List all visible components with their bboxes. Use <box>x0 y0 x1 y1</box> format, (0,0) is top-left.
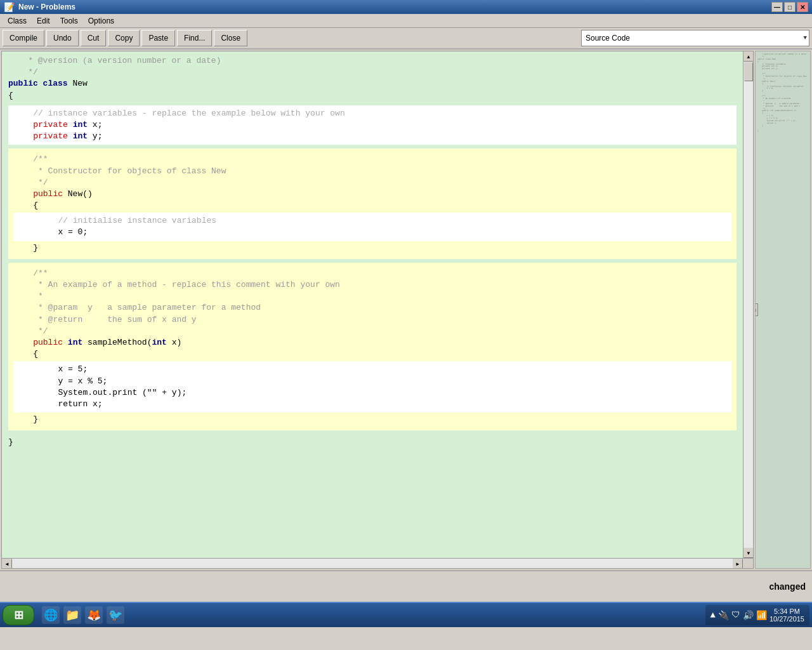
editor-container: * @version (a version number or a date) … <box>1 51 754 569</box>
cut-button[interactable]: Cut <box>81 30 107 46</box>
code-top-comment: * @version (a version number or a date) … <box>8 55 737 78</box>
scroll-down-button[interactable]: ▼ <box>743 548 754 558</box>
taskbar-clock[interactable]: 5:34 PM 10/27/2015 <box>769 607 804 623</box>
vertical-scrollbar[interactable]: ▲ ▼ <box>743 51 753 558</box>
up-arrow-icon[interactable]: ▲ <box>710 610 716 620</box>
code-constructor-body: // initialise instance variables x = 0; <box>13 213 731 241</box>
volume-icon[interactable]: 🔊 <box>743 610 754 621</box>
windows-logo-icon: ⊞ <box>14 608 23 622</box>
scroll-left-button[interactable]: ◀ <box>2 559 12 569</box>
folder-icon[interactable]: 📁 <box>63 606 81 624</box>
source-dropdown[interactable]: Source Code <box>581 30 809 46</box>
main-area: * @version (a version number or a date) … <box>0 50 812 570</box>
source-select[interactable]: Source Code <box>581 30 809 46</box>
minimize-button[interactable]: — <box>771 2 783 12</box>
code-instance-block: // instance variables - replace the exam… <box>8 105 737 145</box>
network-icon: 🔌 <box>718 610 729 621</box>
taskbar-quick-launch: 🌐 📁 🦊 🐦 <box>42 606 124 624</box>
scroll-thumb[interactable] <box>744 62 753 81</box>
toolbar: Compile Undo Cut Copy Paste Find... Clos… <box>0 28 812 50</box>
title-text: New - Problems <box>18 3 75 11</box>
editor-outer: * @version (a version number or a date) … <box>2 51 753 558</box>
hscroll-track[interactable] <box>12 559 733 568</box>
minimap-panel: ◀ * @version (a version number or a date… <box>755 51 811 569</box>
paste-button[interactable]: Paste <box>141 30 175 46</box>
title-bar-title: 📝 New - Problems <box>4 2 75 12</box>
scroll-up-button[interactable]: ▲ <box>743 51 754 62</box>
bird-icon[interactable]: 🐦 <box>107 606 124 624</box>
code-method-block: /** * An example of a method - replace t… <box>8 263 737 430</box>
ie-icon[interactable]: 🌐 <box>42 606 60 624</box>
antivirus-icon: 🛡 <box>731 610 740 620</box>
horizontal-scrollbar[interactable]: ◀ ▶ <box>2 558 753 568</box>
title-bar-controls[interactable]: — □ ✕ <box>771 2 808 12</box>
maximize-button[interactable]: □ <box>784 2 796 12</box>
clock-time: 5:34 PM <box>774 607 800 615</box>
taskbar: ⊞ 🌐 📁 🦊 🐦 ▲ 🔌 🛡 🔊 📶 5:34 PM 10/27/2015 <box>0 602 812 627</box>
status-bar: changed <box>0 570 812 602</box>
close-button[interactable]: Close <box>214 30 247 46</box>
system-tray: ▲ 🔌 🛡 🔊 📶 5:34 PM 10/27/2015 <box>705 605 809 625</box>
menu-class[interactable]: Class <box>3 15 32 27</box>
clock-date: 10/27/2015 <box>769 615 804 623</box>
menu-edit[interactable]: Edit <box>32 15 55 27</box>
title-bar: 📝 New - Problems — □ ✕ <box>0 0 812 14</box>
code-constructor-block: /** * Constructor for objects of class N… <box>8 149 737 259</box>
undo-button[interactable]: Undo <box>46 30 79 46</box>
signal-icon: 📶 <box>756 610 767 621</box>
menu-options[interactable]: Options <box>83 15 119 27</box>
code-method-body: x = 5; y = x % 5; System.out.print ("" +… <box>13 361 731 413</box>
compile-button[interactable]: Compile <box>3 30 44 46</box>
minimap-content: * @version (a version number or a date) … <box>757 53 808 133</box>
taskbar-system-tray: ▲ 🔌 🛡 🔊 📶 5:34 PM 10/27/2015 <box>705 605 809 625</box>
scroll-track[interactable] <box>743 62 753 548</box>
close-window-button[interactable]: ✕ <box>797 2 808 12</box>
editor-main[interactable]: * @version (a version number or a date) … <box>2 51 743 558</box>
code-class-decl: public class New { <box>8 78 737 101</box>
scroll-right-button[interactable]: ▶ <box>733 559 743 569</box>
app-icon: 📝 <box>4 2 15 12</box>
menu-tools[interactable]: Tools <box>55 15 83 27</box>
changed-badge: changed <box>769 581 806 592</box>
menu-bar: Class Edit Tools Options <box>0 14 812 28</box>
find-button[interactable]: Find... <box>177 30 212 46</box>
copy-button[interactable]: Copy <box>108 30 140 46</box>
start-button[interactable]: ⊞ <box>3 605 34 625</box>
code-class-close: } <box>8 437 737 448</box>
firefox-icon[interactable]: 🦊 <box>85 606 103 624</box>
expand-panel-button[interactable]: ◀ <box>755 303 758 316</box>
